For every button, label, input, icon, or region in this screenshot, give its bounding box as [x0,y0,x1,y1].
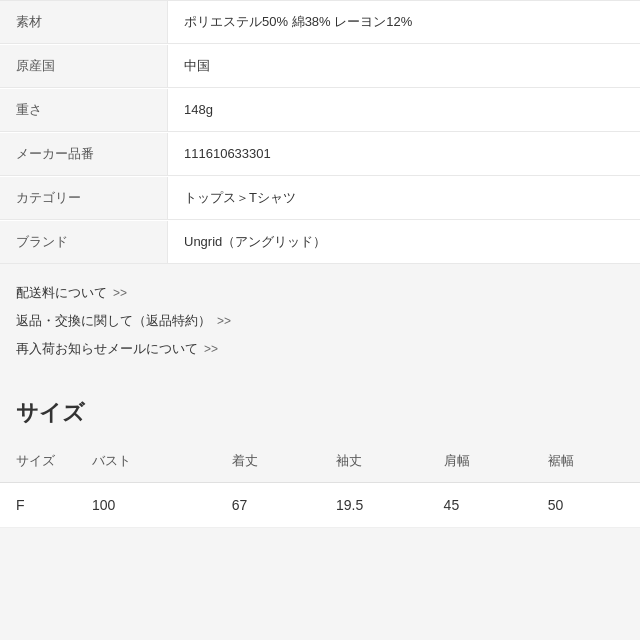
detail-label: 素材 [0,1,168,43]
size-col-header: 肩幅 [432,440,536,483]
size-table-row: F1006719.54550 [0,483,640,528]
detail-label: カテゴリー [0,177,168,219]
detail-value: トップス＞Tシャツ [168,177,640,219]
size-heading: サイズ [0,388,640,440]
detail-value: 111610633301 [168,134,640,173]
link-arrow: >> [204,342,218,356]
size-table: サイズバスト着丈袖丈肩幅裾幅 F1006719.54550 [0,440,640,528]
link-text: 返品・交換に関して（返品特約） [16,312,211,330]
detail-row: 重さ148g [0,88,640,132]
detail-row: メーカー品番111610633301 [0,132,640,176]
detail-row: カテゴリートップス＞Tシャツ [0,176,640,220]
size-col-header: サイズ [0,440,80,483]
size-col-header: バスト [80,440,220,483]
product-details-section: 素材ポリエステル50% 綿38% レーヨン12%原産国中国重さ148gメーカー品… [0,0,640,568]
detail-value: 148g [168,90,640,129]
detail-label: 原産国 [0,45,168,87]
size-table-body: F1006719.54550 [0,483,640,528]
detail-value: ポリエステル50% 綿38% レーヨン12% [168,1,640,43]
links-section: 配送料について >>返品・交換に関して（返品特約） >>再入荷お知らせメールにつ… [0,264,640,378]
size-section: サイズ サイズバスト着丈袖丈肩幅裾幅 F1006719.54550 [0,378,640,528]
link-text: 再入荷お知らせメールについて [16,340,198,358]
size-cell: 45 [432,483,536,528]
link-arrow: >> [113,286,127,300]
size-cell: 19.5 [324,483,432,528]
link-item[interactable]: 配送料について >> [16,284,624,302]
size-table-header: サイズバスト着丈袖丈肩幅裾幅 [0,440,640,483]
link-item[interactable]: 再入荷お知らせメールについて >> [16,340,624,358]
detail-value: 中国 [168,45,640,87]
link-arrow: >> [217,314,231,328]
details-table: 素材ポリエステル50% 綿38% レーヨン12%原産国中国重さ148gメーカー品… [0,0,640,264]
size-col-header: 裾幅 [536,440,640,483]
size-col-header: 着丈 [220,440,324,483]
size-table-header-row: サイズバスト着丈袖丈肩幅裾幅 [0,440,640,483]
detail-row: 素材ポリエステル50% 綿38% レーヨン12% [0,0,640,44]
detail-value: Ungrid（アングリッド） [168,221,640,263]
detail-label: 重さ [0,89,168,131]
size-col-header: 袖丈 [324,440,432,483]
detail-label: メーカー品番 [0,133,168,175]
size-cell: 67 [220,483,324,528]
size-cell: F [0,483,80,528]
detail-row: 原産国中国 [0,44,640,88]
link-text: 配送料について [16,284,107,302]
detail-label: ブランド [0,221,168,263]
bottom-section [0,528,640,568]
link-item[interactable]: 返品・交換に関して（返品特約） >> [16,312,624,330]
detail-row: ブランドUngrid（アングリッド） [0,220,640,264]
size-cell: 50 [536,483,640,528]
size-cell: 100 [80,483,220,528]
